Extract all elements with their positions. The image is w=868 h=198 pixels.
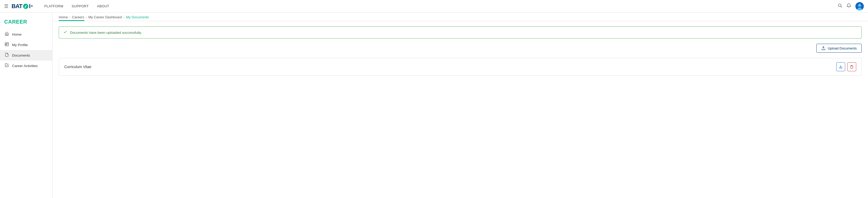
topnav-left: ☰ BAT I ® PLATFORM SUPPORT ABOUT	[4, 3, 109, 10]
nav-platform[interactable]: PLATFORM	[44, 4, 63, 8]
logo-leaf-icon	[23, 3, 29, 9]
breadcrumb-sep-1: ›	[69, 15, 70, 19]
layout: CAREER Home My Profile Documents Career …	[0, 12, 868, 198]
profile-icon	[4, 42, 9, 47]
trash-icon	[850, 65, 854, 69]
delete-document-button[interactable]	[847, 62, 856, 71]
svg-point-7	[6, 43, 7, 44]
topnav: ☰ BAT I ® PLATFORM SUPPORT ABOUT	[0, 0, 868, 12]
document-actions	[836, 62, 856, 71]
nav-about[interactable]: ABOUT	[97, 4, 109, 8]
sidebar-title: CAREER	[0, 17, 52, 29]
main-content: Home › Careers › My Career Dashboard › M…	[53, 12, 868, 198]
sidebar-item-career-activities[interactable]: Career Activities	[0, 61, 52, 71]
breadcrumb-home[interactable]: Home	[59, 15, 68, 19]
sidebar: CAREER Home My Profile Documents Career …	[0, 12, 53, 198]
nav-support[interactable]: SUPPORT	[71, 4, 89, 8]
breadcrumb-sep-2: ›	[86, 15, 87, 19]
sidebar-item-documents[interactable]: Documents	[0, 50, 52, 61]
breadcrumb-careers[interactable]: Careers	[72, 15, 84, 19]
sidebar-item-home[interactable]: Home	[0, 29, 52, 39]
success-alert: Documents have been uploaded successfull…	[59, 27, 862, 38]
upload-button-label: Upload Documents	[828, 46, 857, 50]
breadcrumb-dashboard[interactable]: My Career Dashboard	[88, 15, 122, 19]
breadcrumb-my-documents[interactable]: My Documents	[126, 15, 149, 19]
download-icon	[839, 65, 843, 69]
svg-point-1	[838, 4, 841, 7]
svg-line-2	[841, 6, 842, 7]
svg-point-4	[858, 4, 861, 6]
logo-text-i: I	[29, 3, 30, 10]
document-name: Curriculum Vitae	[64, 65, 91, 69]
breadcrumb-sep-3: ›	[124, 15, 125, 19]
content-area: Documents have been uploaded successfull…	[53, 21, 868, 81]
sidebar-item-home-label: Home	[12, 32, 22, 36]
document-card: Curriculum Vitae	[59, 58, 862, 76]
search-icon[interactable]	[838, 3, 842, 9]
avatar[interactable]	[856, 2, 864, 10]
alert-message: Documents have been uploaded successfull…	[70, 31, 142, 35]
career-activities-icon	[4, 63, 9, 68]
logo-registered: ®	[31, 5, 33, 8]
upload-row: Upload Documents	[59, 44, 862, 53]
upload-icon	[821, 46, 826, 50]
breadcrumb: Home › Careers › My Career Dashboard › M…	[53, 12, 868, 19]
hamburger-icon[interactable]: ☰	[4, 3, 8, 9]
topnav-links: PLATFORM SUPPORT ABOUT	[44, 4, 109, 8]
logo[interactable]: BAT I ®	[11, 3, 33, 10]
topnav-right	[838, 2, 864, 10]
check-icon	[63, 30, 67, 35]
documents-icon	[4, 53, 9, 58]
sidebar-item-career-activities-label: Career Activities	[12, 64, 38, 68]
download-document-button[interactable]	[836, 62, 845, 71]
sidebar-item-my-profile-label: My Profile	[12, 43, 28, 47]
logo-text: BAT	[11, 3, 22, 10]
sidebar-item-documents-label: Documents	[12, 54, 30, 57]
notifications-icon[interactable]	[846, 3, 851, 9]
home-icon	[4, 32, 9, 37]
upload-documents-button[interactable]: Upload Documents	[816, 44, 862, 53]
sidebar-item-my-profile[interactable]: My Profile	[0, 39, 52, 50]
